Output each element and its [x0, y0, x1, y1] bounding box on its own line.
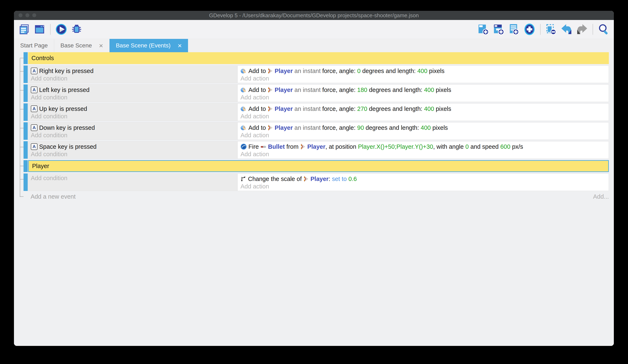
- add-action-button[interactable]: Add action: [240, 75, 606, 82]
- event: ARight key is pressedAdd conditionAdd to…: [28, 65, 609, 83]
- action-text: degrees and length:: [367, 87, 424, 93]
- tab-start-page[interactable]: Start Page: [14, 39, 54, 52]
- player-ship-icon: [268, 106, 273, 112]
- action-sentence: Add to Player an instant force, angle: 2…: [240, 105, 606, 113]
- action-text: degrees and length:: [367, 106, 424, 112]
- player-ship-icon: [300, 143, 306, 150]
- add-comment-icon[interactable]: [508, 23, 521, 36]
- add-condition-button[interactable]: Add condition: [31, 94, 235, 101]
- bullet-icon: [260, 145, 266, 148]
- events-footer: Add a new event Add...: [23, 192, 609, 201]
- action-text: Player: [275, 68, 293, 74]
- tree-line: [20, 59, 20, 197]
- action-text: , with angle: [433, 143, 465, 150]
- action-text: degrees and length:: [361, 68, 417, 74]
- add-condition-button[interactable]: Add condition: [31, 151, 235, 157]
- conditions-column[interactable]: ADown key is pressedAdd condition: [28, 122, 237, 140]
- add-event-icon[interactable]: [477, 23, 490, 36]
- add-more-link[interactable]: Add...: [593, 193, 609, 200]
- add-action-button[interactable]: Add action: [240, 183, 606, 190]
- actions-column[interactable]: Fire Bullet from Player, at position Pla…: [237, 141, 609, 159]
- conditions-column[interactable]: ALeft key is pressedAdd condition: [28, 85, 237, 102]
- preview-play-icon[interactable]: [55, 23, 68, 36]
- add-action-button[interactable]: Add action: [240, 113, 606, 120]
- redo-icon[interactable]: [575, 23, 588, 36]
- add-action-button[interactable]: Add action: [240, 151, 606, 157]
- add-condition-button[interactable]: Add condition: [31, 75, 235, 82]
- conditions-column[interactable]: ARight key is pressedAdd condition: [28, 66, 237, 83]
- group-title: Player: [32, 163, 49, 170]
- add-new-event-link[interactable]: Add a new event: [31, 193, 76, 200]
- force-icon: [240, 87, 247, 93]
- action-text: pixels: [427, 68, 445, 74]
- action-text: Fire: [248, 143, 260, 150]
- actions-column[interactable]: Add to Player an instant force, angle: 0…: [237, 66, 609, 83]
- add-action-button[interactable]: Add action: [240, 94, 606, 101]
- close-window-button[interactable]: [18, 13, 22, 17]
- event-row: AUp key is pressedAdd conditionAdd to Pl…: [23, 103, 609, 121]
- close-tab-icon[interactable]: ×: [99, 42, 103, 49]
- toolbar-divider: [50, 24, 51, 35]
- tab-base-scene-events[interactable]: Base Scene (Events)×: [109, 39, 188, 52]
- remove-event-icon[interactable]: [545, 23, 558, 36]
- search-icon[interactable]: [597, 23, 610, 36]
- conditions-column[interactable]: Add condition: [28, 174, 237, 191]
- action-sentence: Add to Player an instant force, angle: 0…: [240, 67, 606, 75]
- tab-label: Base Scene: [60, 42, 92, 49]
- add-subevent-icon[interactable]: [492, 23, 505, 36]
- action-text: pixels: [434, 106, 451, 112]
- action-text: an instant: [294, 87, 321, 93]
- conditions-column[interactable]: ASpace key is pressedAdd condition: [28, 141, 237, 159]
- add-condition-button[interactable]: Add condition: [31, 132, 235, 138]
- toolbar: [14, 20, 614, 39]
- close-tab-icon[interactable]: ×: [178, 42, 182, 49]
- force-icon: [240, 68, 247, 74]
- action-text: an instant: [294, 68, 321, 74]
- events-sheet: ControlsARight key is pressedAdd conditi…: [14, 52, 614, 346]
- action-text: 0: [357, 68, 361, 74]
- action-text: 180: [357, 87, 367, 93]
- minimize-window-button[interactable]: [25, 13, 29, 17]
- zoom-window-button[interactable]: [32, 13, 36, 17]
- event-group-header[interactable]: Controls: [28, 52, 609, 64]
- keyboard-key-icon: A: [31, 143, 37, 150]
- add-action-button[interactable]: Add action: [240, 132, 606, 138]
- events-list: ControlsARight key is pressedAdd conditi…: [14, 52, 614, 191]
- action-sentence: Add to Player an instant force, angle: 1…: [240, 86, 606, 94]
- tab-bar: Start PageBase Scene×Base Scene (Events)…: [14, 39, 614, 52]
- add-condition-button[interactable]: Add condition: [31, 175, 235, 181]
- conditions-column[interactable]: AUp key is pressedAdd condition: [28, 104, 237, 121]
- event: Add conditionChange the scale of Player:…: [28, 174, 609, 191]
- event-indent-bar: [23, 84, 28, 102]
- event-group-header[interactable]: Player: [28, 160, 609, 172]
- action-text: Player.X()+50;Player.Y()+30: [358, 143, 433, 150]
- project-manager-icon[interactable]: [18, 23, 31, 36]
- event: ADown key is pressedAdd conditionAdd to …: [28, 122, 609, 140]
- condition-sentence: ASpace key is pressed: [31, 142, 235, 151]
- event-indent-bar: [23, 174, 28, 191]
- keyboard-key-icon: A: [31, 68, 37, 74]
- action-text: degrees and length:: [364, 124, 421, 131]
- group-row: Controls: [23, 52, 609, 64]
- event-indent-bar: [23, 122, 28, 140]
- action-text: , at position: [325, 143, 358, 150]
- actions-column[interactable]: Add to Player an instant force, angle: 1…: [237, 85, 609, 102]
- keyboard-key-icon: A: [31, 124, 37, 131]
- toolbar-divider: [540, 24, 541, 35]
- actions-column[interactable]: Add to Player an instant force, angle: 9…: [237, 122, 609, 140]
- actions-column[interactable]: Change the scale of Player: set to 0.6Ad…: [237, 174, 609, 191]
- action-text: 400: [424, 87, 434, 93]
- actions-column[interactable]: Add to Player an instant force, angle: 2…: [237, 104, 609, 121]
- tab-label: Start Page: [20, 42, 48, 49]
- tab-base-scene[interactable]: Base Scene×: [54, 39, 109, 52]
- action-sentence: Add to Player an instant force, angle: 9…: [240, 123, 606, 132]
- scene-editor-icon[interactable]: [33, 23, 46, 36]
- player-ship-icon: [268, 124, 273, 131]
- debug-icon[interactable]: [70, 23, 83, 36]
- add-more-events-icon[interactable]: [523, 23, 536, 36]
- add-condition-button[interactable]: Add condition: [31, 113, 235, 120]
- event-indent-bar: [23, 160, 28, 172]
- action-text: 400: [417, 68, 427, 74]
- undo-icon[interactable]: [560, 23, 573, 36]
- action-text: 400: [424, 106, 434, 112]
